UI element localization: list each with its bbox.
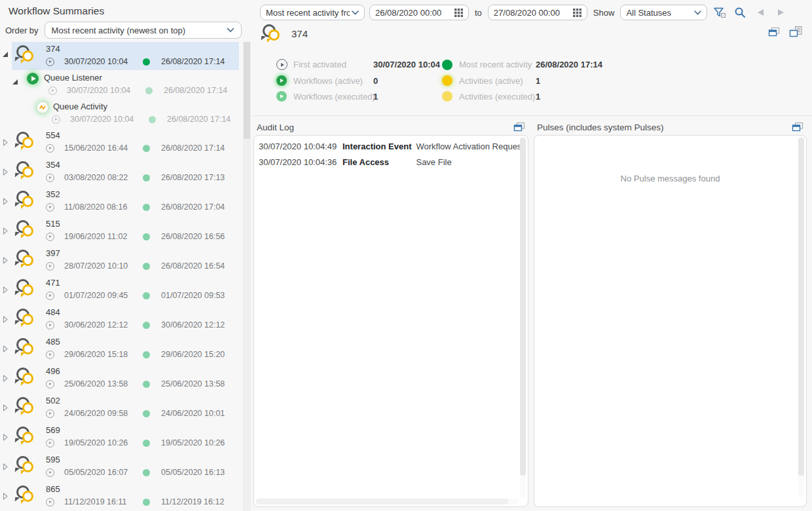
audit-vertical-scrollbar[interactable] [520,138,526,497]
expand-icon[interactable] [3,374,9,383]
status-filter-value: All Statuses [626,8,671,18]
node-dates: 30/07/2020 10:0426/08/2020 17:14 [52,115,231,124]
expand-icon[interactable] [3,197,9,206]
tree-row[interactable]: 48430/06/2020 12:1230/06/2020 12:12 [0,305,242,335]
node-label: 352 [46,189,60,199]
order-by-value: Most recent activity (newest on top) [52,26,185,35]
log-panels: Audit Log 30/07/2020 10:04:49Interaction… [253,116,812,511]
expand-icon[interactable] [3,227,9,235]
workflow-icon [14,190,37,210]
expand-icon[interactable] [3,138,9,147]
expand-icon[interactable] [3,492,9,501]
recent-activity-date: 26/08/2020 17:13 [161,173,225,182]
order-by-select[interactable]: Most recent activity (newest on top) [45,22,242,39]
expand-icon[interactable] [3,286,9,294]
date-to-value: 27/08/2020 00:00 [494,8,560,18]
first-activated-icon [46,292,54,300]
first-activated-date: 05/05/2020 16:07 [64,468,143,477]
audit-entry-description: Workflow Activation Request [416,142,524,151]
pulses-card: No Pulse messages found [534,135,807,507]
node-dates: 11/12/2019 16:1111/12/2019 16:12 [46,497,224,506]
tree-row[interactable]: 49625/06/2020 13:5825/06/2020 13:58 [0,364,242,394]
tree-row[interactable]: 86511/12/2019 16:1111/12/2019 16:12 [0,482,242,511]
stat-value: 30/07/2020 10:04 [373,60,442,69]
tree-row[interactable]: 55415/06/2020 16:4426/08/2020 17:14 [0,128,242,158]
node-dates: 05/05/2020 16:0705/05/2020 16:13 [46,468,225,477]
tree-row[interactable]: 48529/06/2020 15:1829/06/2020 15:20 [0,335,242,364]
node-label: 496 [46,366,60,376]
pulses-vertical-scrollbar[interactable] [798,138,804,497]
tree-row[interactable]: 37430/07/2020 10:0426/08/2020 17:14 [0,42,242,71]
stat-value: 0 [373,76,442,86]
tree-row[interactable]: 50224/06/2020 09:5824/06/2020 10:01 [0,394,242,423]
tree-row[interactable]: Queue Activity30/07/2020 10:0426/08/2020… [0,100,242,128]
folder-document-icon[interactable] [789,26,803,37]
first-activated-icon [46,321,54,330]
filter-icon[interactable] [712,5,728,20]
audit-horizontal-scrollbar[interactable] [256,499,519,504]
recent-activity-dot [143,381,150,388]
first-activated-icon [46,144,54,153]
expand-icon[interactable] [3,315,9,324]
recent-activity-date: 26/08/2020 17:14 [164,86,227,95]
recent-activity-dot [143,58,150,66]
recent-activity-dot [143,499,150,506]
tree-row[interactable]: Queue Listener30/07/2020 10:0426/08/2020… [0,71,242,100]
stat-label: Workflows (executed) [293,92,373,102]
range-type-select[interactable]: Most recent activity from [260,5,365,20]
date-to-input[interactable]: 27/08/2020 00:00 [488,5,587,20]
tree-row[interactable]: 56919/05/2020 10:2619/05/2020 10:26 [0,423,242,453]
recent-activity-date: 26/08/2020 16:56 [161,232,225,241]
workflow-actions [768,26,803,37]
tree-row[interactable]: 35211/08/2020 08:1626/08/2020 17:04 [0,187,242,217]
duplicate-window-icon[interactable] [768,27,780,37]
collapse-icon[interactable] [3,52,8,57]
tree-row[interactable]: 59505/05/2020 16:0705/05/2020 16:13 [0,453,242,482]
duplicate-window-icon[interactable] [513,122,525,132]
expand-icon[interactable] [3,404,9,412]
first-activated-icon [46,380,54,388]
recent-activity-date: 26/08/2020 17:14 [167,115,231,124]
first-activated-date: 03/08/2020 08:22 [64,173,143,182]
duplicate-window-icon[interactable] [792,122,803,132]
detail-panel: Most recent activity from 26/08/2020 00:… [252,0,812,511]
expand-icon[interactable] [3,168,9,176]
node-dates: 30/07/2020 10:0426/08/2020 17:14 [46,57,225,66]
tree-scrollbar[interactable] [243,42,251,511]
audit-entry-description: Save File [416,157,524,167]
expand-icon[interactable] [3,463,9,471]
tree-row[interactable]: 39728/07/2020 10:1026/08/2020 16:54 [0,246,242,276]
audit-entry-time: 30/07/2020 10:04:49 [259,142,338,151]
expand-icon[interactable] [3,433,9,442]
workflows-executed-icon [276,91,287,102]
node-dates: 25/06/2020 13:5825/06/2020 13:58 [46,379,225,388]
next-arrow-icon[interactable] [773,5,788,20]
tree-row[interactable]: 35403/08/2020 08:2226/08/2020 17:13 [0,158,242,187]
node-label: 569 [46,425,60,435]
page-title: Workflow Summaries [9,5,104,17]
search-icon[interactable] [732,5,748,20]
calendar-icon[interactable] [454,9,463,17]
expand-icon[interactable] [3,345,9,353]
node-label: 374 [46,44,60,54]
tree-row[interactable]: 51519/06/2020 11:0226/08/2020 16:56 [0,217,242,246]
tree-row[interactable]: 47101/07/2020 09:4501/07/2020 09:53 [0,276,242,305]
status-filter-select[interactable]: All Statuses [620,5,707,20]
recent-activity-date: 30/06/2020 12:12 [161,320,225,330]
first-activated-icon [46,203,54,212]
workflow-icon [14,308,37,328]
node-dates: 11/08/2020 08:1626/08/2020 17:04 [46,202,225,212]
audit-log-title: Audit Log [257,123,294,132]
tree-scrollbar-thumb[interactable] [244,42,250,139]
recent-activity-dot [143,145,150,152]
expand-icon[interactable] [3,256,9,265]
recent-activity-date: 26/08/2020 16:54 [161,261,225,271]
first-activated-icon [46,262,54,271]
date-from-input[interactable]: 26/08/2020 00:00 [369,5,469,20]
collapse-icon[interactable] [12,79,18,85]
activities-active-icon [442,75,452,86]
first-activated-icon [46,350,54,359]
calendar-icon[interactable] [573,9,581,17]
node-label: 554 [46,130,60,140]
previous-arrow-icon[interactable] [752,5,768,20]
